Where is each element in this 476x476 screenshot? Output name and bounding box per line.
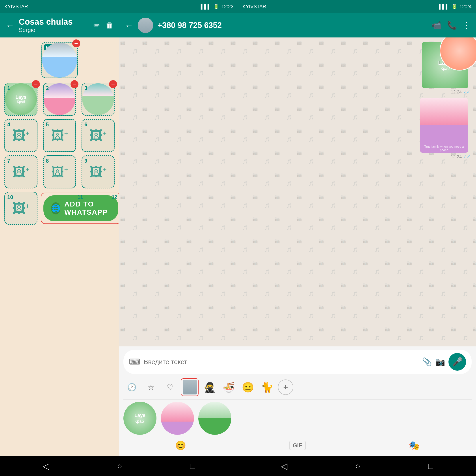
- sticker-pack-author: Sergio: [19, 27, 89, 34]
- left-back-nav-btn[interactable]: ◁: [43, 461, 49, 471]
- message-2: True family when you need a peace 12:24 …: [124, 98, 471, 159]
- sticker-num-9: 9: [85, 158, 87, 164]
- contact-avatar[interactable]: [138, 18, 153, 33]
- sticker-slot-4[interactable]: 4 🖼+: [4, 119, 37, 152]
- sticker-grid-area: − tray icon − 1 Lays Краб: [0, 37, 119, 456]
- more-options-icon[interactable]: ⋮: [462, 21, 471, 30]
- selected-sticker-pack[interactable]: [181, 378, 199, 396]
- sticker-slot-2[interactable]: − 2: [43, 83, 76, 116]
- audio-call-icon[interactable]: 📞: [447, 21, 457, 30]
- sticker-slot-5[interactable]: 5 🖼+: [43, 119, 76, 152]
- add-icon-9: 🖼+: [89, 164, 107, 180]
- sticker-panel-item-2[interactable]: [161, 402, 194, 435]
- right-status-icons: ▌▌▌ 🔋 12:24: [439, 4, 472, 9]
- chat-area: Lays Краб 12:24 ✓✓ True family when you …: [119, 37, 476, 346]
- whatsapp-globe-icon: 🌐: [51, 202, 60, 214]
- right-back-button[interactable]: ←: [124, 20, 133, 30]
- contact-name[interactable]: +380 98 725 6352: [158, 21, 427, 30]
- sticker-slot-7[interactable]: 7 🖼+: [4, 155, 37, 188]
- heart-stickers-btn[interactable]: ♡: [162, 379, 178, 396]
- edit-icon[interactable]: ✏: [93, 21, 100, 30]
- sticker-num-1: 1: [7, 85, 10, 91]
- favorite-stickers-btn[interactable]: ☆: [143, 379, 159, 396]
- msg-time-1: 12:24 ✓✓: [451, 89, 471, 95]
- sticker-panel-item-3[interactable]: [198, 402, 231, 435]
- sticker-pack-title: Cosas chulas: [19, 17, 89, 27]
- attach-icon[interactable]: 📎: [422, 357, 432, 366]
- right-back-nav-btn[interactable]: ◁: [281, 461, 287, 471]
- video-call-icon[interactable]: 📹: [432, 21, 442, 30]
- chat-input-area: ⌨ 📎 📷 🎤 🕐 ☆ ♡ 🥷 🍜 😐: [119, 346, 476, 456]
- status-bar-left: KYIVSTAR ▌▌▌ 🔋 12:23: [0, 0, 238, 13]
- sticker-slot-3[interactable]: − 3: [82, 83, 115, 116]
- status-bar-right: KYIVSTAR ▌▌▌ 🔋 12:24: [238, 0, 476, 13]
- input-row: ⌨ 📎 📷 🎤: [123, 350, 472, 374]
- tray-emoji-pack-1[interactable]: 🥷: [201, 379, 218, 396]
- tray-sticker-image: [42, 43, 77, 78]
- tray-remove-btn[interactable]: −: [72, 39, 80, 47]
- left-panel: ← Cosas chulas Sergio ✏ 🗑 − tray icon: [0, 13, 119, 456]
- left-home-nav-btn[interactable]: ○: [117, 461, 122, 471]
- main-content: ← Cosas chulas Sergio ✏ 🗑 − tray icon: [0, 13, 476, 456]
- left-time: 12:23: [221, 4, 233, 9]
- sticker-slot-9[interactable]: 9 🖼+: [82, 155, 115, 188]
- sticker-row-1: − 1 Lays Краб − 2: [4, 83, 115, 116]
- back-button[interactable]: ←: [5, 20, 14, 30]
- tray-sticker-inner: [181, 379, 198, 396]
- left-recent-nav-btn[interactable]: □: [190, 461, 195, 471]
- msg-time-2: 12:24 ✓✓: [451, 154, 471, 159]
- sticker-num-5: 5: [46, 121, 49, 128]
- sticker-row-2: 4 🖼+ 5 🖼+ 6 🖼+: [4, 119, 115, 152]
- sticker-slot-10[interactable]: 10 🖼+: [4, 192, 37, 225]
- add-whatsapp-row: 10 🖼+ 11 12 🌐 ADD TO WHATSAPP: [4, 192, 115, 225]
- sticker-slot-6[interactable]: 6 🖼+: [82, 119, 115, 152]
- keyboard-icon[interactable]: ⌨: [129, 357, 140, 366]
- navigation-bar: ◁ ○ □ ◁ ○ □: [0, 456, 476, 476]
- remove-btn-3[interactable]: −: [109, 80, 117, 88]
- tray-row: − tray icon: [4, 42, 115, 78]
- sticker-num-3: 3: [85, 85, 87, 91]
- recent-stickers-btn[interactable]: 🕐: [123, 379, 140, 396]
- add-sticker-pack-btn[interactable]: +: [278, 379, 293, 395]
- camera-icon[interactable]: 📷: [435, 357, 445, 366]
- sticker-num-4: 4: [7, 121, 10, 128]
- sticker-panel-item-1[interactable]: LaysКраб: [123, 402, 156, 435]
- sticker-button[interactable]: 🎭: [409, 440, 420, 451]
- title-block: Cosas chulas Sergio: [19, 17, 89, 34]
- left-nav-section: ◁ ○ □: [0, 456, 238, 476]
- gif-button[interactable]: GIF: [289, 441, 305, 450]
- header-actions: ✏ 🗑: [93, 21, 114, 30]
- mic-button[interactable]: 🎤: [448, 353, 466, 371]
- sticker-slot-8[interactable]: 8 🖼+: [43, 155, 76, 188]
- right-time: 12:24: [459, 4, 472, 9]
- right-signal-icon: ▌▌▌: [439, 4, 449, 9]
- message-input[interactable]: [144, 358, 419, 366]
- emoji-button[interactable]: 😊: [175, 440, 186, 451]
- right-battery-icon: 🔋: [451, 4, 457, 9]
- right-home-nav-btn[interactable]: ○: [355, 461, 360, 471]
- sticker-num-10: 10: [7, 194, 13, 200]
- tray-emoji-pack-4[interactable]: 🐈: [259, 379, 275, 396]
- add-icon-6: 🖼+: [89, 128, 107, 143]
- left-header: ← Cosas chulas Sergio ✏ 🗑: [0, 13, 119, 37]
- right-recent-nav-btn[interactable]: □: [428, 461, 433, 471]
- message-1: Lays Краб 12:24 ✓✓: [124, 42, 471, 95]
- signal-icon: ▌▌▌: [201, 4, 211, 9]
- right-carrier: KYIVSTAR: [243, 4, 266, 9]
- add-icon-7: 🖼+: [12, 164, 30, 180]
- sticker-slot-1[interactable]: − 1 Lays Краб: [4, 83, 37, 116]
- add-whatsapp-label: ADD TO WHATSAPP: [64, 200, 111, 216]
- tray-emoji-pack-3[interactable]: 😐: [239, 379, 256, 396]
- right-panel: ← +380 98 725 6352 📹 📞 ⋮ Lays Краб: [119, 13, 476, 456]
- delete-icon[interactable]: 🗑: [105, 21, 114, 30]
- chat-bottom-icons: 😊 GIF 🎭: [123, 438, 472, 453]
- tray-slot[interactable]: − tray icon: [41, 42, 78, 78]
- tray-emoji-pack-2[interactable]: 🍜: [220, 379, 237, 396]
- add-icon-10: 🖼+: [12, 201, 30, 216]
- remove-btn-2[interactable]: −: [70, 80, 78, 88]
- right-header: ← +380 98 725 6352 📹 📞 ⋮: [119, 13, 476, 37]
- sticker-num-8: 8: [46, 158, 49, 164]
- add-icon-4: 🖼+: [12, 128, 30, 143]
- status-bar: KYIVSTAR ▌▌▌ 🔋 12:23 KYIVSTAR ▌▌▌ 🔋 12:2…: [0, 0, 476, 13]
- remove-btn-1[interactable]: −: [32, 80, 40, 88]
